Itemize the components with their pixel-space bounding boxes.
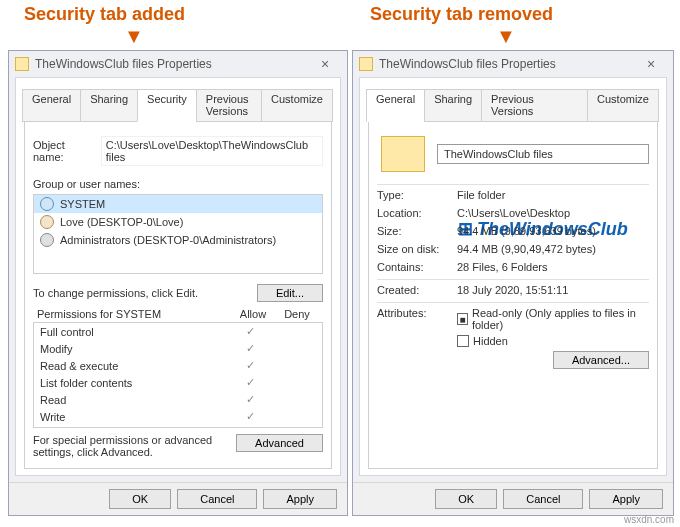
perm-list-contents: List folder contents✓	[34, 374, 322, 391]
contains-label: Contains:	[377, 261, 457, 273]
ok-button[interactable]: OK	[435, 489, 497, 509]
size-on-disk-label: Size on disk:	[377, 243, 457, 255]
close-icon[interactable]: ×	[635, 56, 667, 72]
arrow-down-icon: ▼	[496, 26, 516, 46]
check-icon: ✓	[228, 325, 272, 338]
change-permissions-text: To change permissions, click Edit.	[33, 287, 257, 299]
advanced-button[interactable]: Advanced	[236, 434, 323, 452]
object-name-label: Object name:	[33, 139, 95, 163]
tab-sharing[interactable]: Sharing	[80, 89, 138, 122]
location-label: Location:	[377, 207, 457, 219]
tab-customize[interactable]: Customize	[261, 89, 333, 122]
allow-header: Allow	[231, 308, 275, 320]
properties-window-security: TheWindowsClub files Properties × Genera…	[8, 50, 348, 516]
cancel-button[interactable]: Cancel	[503, 489, 583, 509]
tab-previous-versions[interactable]: Previous Versions	[196, 89, 262, 122]
perm-write: Write✓	[34, 408, 322, 425]
perm-modify: Modify✓	[34, 340, 322, 357]
system-icon	[40, 197, 54, 211]
caption-added: Security tab added	[24, 4, 185, 25]
contains-value: 28 Files, 6 Folders	[457, 261, 649, 273]
security-pane: Object name: C:\Users\Love\Desktop\TheWi…	[24, 121, 332, 469]
special-permissions-text: For special permissions or advanced sett…	[33, 434, 236, 458]
apply-button[interactable]: Apply	[589, 489, 663, 509]
hidden-checkbox[interactable]: Hidden	[457, 335, 649, 347]
dialog-buttons: OK Cancel Apply	[353, 482, 673, 515]
apply-button[interactable]: Apply	[263, 489, 337, 509]
user-item-love[interactable]: Love (DESKTOP-0\Love)	[34, 213, 322, 231]
object-name-value: C:\Users\Love\Desktop\TheWindowsClub fil…	[101, 136, 323, 166]
user-item-system[interactable]: SYSTEM	[34, 195, 322, 213]
tab-security[interactable]: Security	[137, 89, 197, 122]
folder-name-input[interactable]: TheWindowsClub files	[437, 144, 649, 164]
group-icon	[40, 233, 54, 247]
size-label: Size:	[377, 225, 457, 237]
tab-general[interactable]: General	[366, 89, 425, 122]
user-icon	[40, 215, 54, 229]
perm-read-execute: Read & execute✓	[34, 357, 322, 374]
size-value: 94.4 MB (9,89,93,639 bytes)	[457, 225, 649, 237]
window-title: TheWindowsClub files Properties	[35, 57, 309, 71]
attributes-label: Attributes:	[377, 307, 457, 319]
tab-customize[interactable]: Customize	[587, 89, 659, 122]
check-icon: ✓	[228, 342, 272, 355]
advanced-button[interactable]: Advanced...	[553, 351, 649, 369]
dialog-buttons: OK Cancel Apply	[9, 482, 347, 515]
folder-large-icon	[381, 136, 425, 172]
deny-header: Deny	[275, 308, 319, 320]
type-value: File folder	[457, 189, 649, 201]
titlebar[interactable]: TheWindowsClub files Properties ×	[9, 51, 347, 77]
size-on-disk-value: 94.4 MB (9,90,49,472 bytes)	[457, 243, 649, 255]
permissions-for-label: Permissions for SYSTEM	[37, 308, 231, 320]
created-value: 18 July 2020, 15:51:11	[457, 284, 649, 296]
perm-read: Read✓	[34, 391, 322, 408]
created-label: Created:	[377, 284, 457, 296]
perm-full-control: Full control✓	[34, 323, 322, 340]
folder-icon	[15, 57, 29, 71]
group-users-label: Group or user names:	[33, 178, 323, 190]
tabs: General Sharing Security Previous Versio…	[22, 89, 332, 122]
edit-button[interactable]: Edit...	[257, 284, 323, 302]
credit-text: wsxdn.com	[624, 514, 674, 525]
group-users-list[interactable]: SYSTEM Love (DESKTOP-0\Love) Administrat…	[33, 194, 323, 274]
tab-general[interactable]: General	[22, 89, 81, 122]
tabs: General Sharing Previous Versions Custom…	[366, 89, 658, 122]
ok-button[interactable]: OK	[109, 489, 171, 509]
type-label: Type:	[377, 189, 457, 201]
tab-sharing[interactable]: Sharing	[424, 89, 482, 122]
close-icon[interactable]: ×	[309, 56, 341, 72]
user-item-admins[interactable]: Administrators (DESKTOP-0\Administrators…	[34, 231, 322, 249]
folder-icon	[359, 57, 373, 71]
window-title: TheWindowsClub files Properties	[379, 57, 635, 71]
check-icon: ✓	[228, 393, 272, 406]
caption-removed: Security tab removed	[370, 4, 553, 25]
arrow-down-icon: ▼	[124, 26, 144, 46]
readonly-checkbox[interactable]: ■Read-only (Only applies to files in fol…	[457, 307, 649, 331]
permissions-list[interactable]: Full control✓ Modify✓ Read & execute✓ Li…	[33, 322, 323, 428]
check-icon: ✓	[228, 410, 272, 423]
titlebar[interactable]: TheWindowsClub files Properties ×	[353, 51, 673, 77]
general-pane: TheWindowsClub files Type:File folder Lo…	[368, 121, 658, 469]
tab-previous-versions[interactable]: Previous Versions	[481, 89, 588, 122]
cancel-button[interactable]: Cancel	[177, 489, 257, 509]
properties-window-general: TheWindowsClub files Properties × Genera…	[352, 50, 674, 516]
location-value: C:\Users\Love\Desktop	[457, 207, 649, 219]
check-icon: ✓	[228, 376, 272, 389]
check-icon: ✓	[228, 359, 272, 372]
